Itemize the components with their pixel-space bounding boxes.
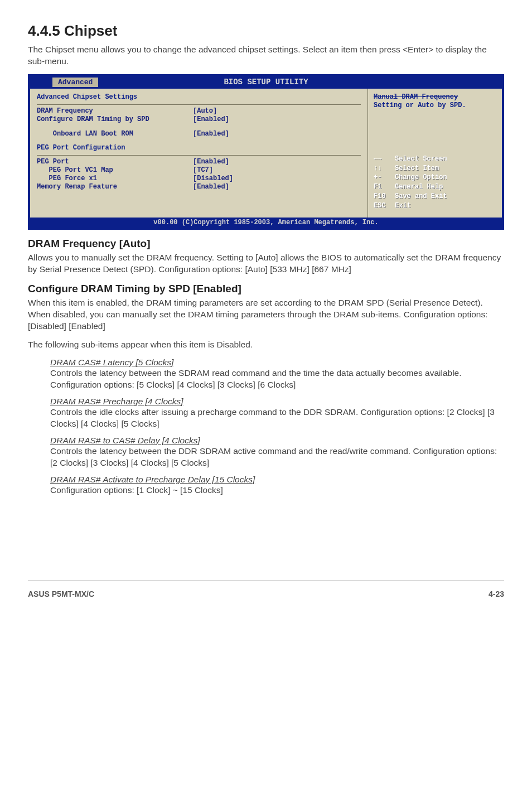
bios-row: DRAM Frequency [Auto] <box>37 107 361 115</box>
field-note: The following sub-items appear when this… <box>28 339 504 351</box>
bios-row: Onboard LAN Boot ROM [Enabled] <box>37 130 361 138</box>
bios-item-label: Configure DRAM Timing by SPD <box>37 115 193 123</box>
sub-item-desc: Controls the latency between the DDR SDR… <box>50 446 504 469</box>
bios-nav-key: ←→ <box>374 154 395 164</box>
bios-nav-key: F1 <box>374 182 395 192</box>
footer-left: ASUS P5MT-MX/C <box>28 590 94 598</box>
bios-item-value: [Disabled] <box>193 175 361 182</box>
bios-nav-key: +- <box>374 173 395 182</box>
bios-row: PEG Port VC1 Map [TC7] <box>37 166 361 174</box>
sub-item-label: DRAM RAS# to CAS# Delay [4 Clocks] <box>50 436 504 446</box>
bios-screenshot: Advanced BIOS SETUP UTILITY Advanced Chi… <box>28 74 504 230</box>
field-description: Allows you to manually set the DRAM freq… <box>28 252 504 276</box>
footer-right: 4-23 <box>489 590 504 598</box>
bios-titlebar: Advanced BIOS SETUP UTILITY <box>30 76 502 89</box>
sub-item-label: DRAM RAS# Precharge [4 Clocks] <box>50 397 504 407</box>
bios-nav-text: General Help <box>395 183 443 191</box>
sub-item-label: DRAM CAS# Latency [5 Clocks] <box>50 357 504 368</box>
bios-nav-text: Save and Exit <box>395 192 447 200</box>
bios-help-line: Setting or Auto by SPD. <box>374 102 496 110</box>
page-footer: ASUS P5MT-MX/C 4-23 <box>28 580 504 598</box>
bios-left-panel: Advanced Chipset Settings DRAM Frequency… <box>30 89 368 218</box>
bios-row: Memory Remap Feature [Enabled] <box>37 183 361 191</box>
bios-item-label: PEG Port <box>37 158 193 166</box>
bios-copyright: v00.00 (C)Copyright 1985-2003, American … <box>30 218 502 228</box>
bios-nav-legend: ←→Select Screen ↑↓Select Item +-Change O… <box>374 154 496 211</box>
bios-row: PEG Port [Enabled] <box>37 158 361 166</box>
sub-item: DRAM RAS# Activate to Precharge Delay [1… <box>50 475 504 496</box>
bios-item-value: [Enabled] <box>193 130 361 138</box>
sub-item-desc: Configuration options: [1 Clock] ~ [15 C… <box>50 485 504 496</box>
bios-item-value: [Enabled] <box>193 183 361 191</box>
bios-nav-key: ESC <box>374 201 395 211</box>
bios-right-panel: Manual DRAM Frequency Setting or Auto by… <box>368 89 502 218</box>
sub-item-label: DRAM RAS# Activate to Precharge Delay [1… <box>50 475 504 485</box>
bios-nav-text: Exit <box>395 202 411 210</box>
bios-title: BIOS SETUP UTILITY <box>224 78 308 86</box>
bios-row: PEG Force x1 [Disabled] <box>37 175 361 182</box>
bios-item-label: DRAM Frequency <box>37 107 193 115</box>
sub-item: DRAM RAS# Precharge [4 Clocks] Controls … <box>50 397 504 430</box>
bios-help-line: Manual DRAM Frequency <box>374 93 496 102</box>
sub-item-desc: Controls the latency between the SDRAM r… <box>50 368 504 379</box>
bios-nav-key: F10 <box>374 192 395 201</box>
bios-item-value: [Enabled] <box>193 158 361 166</box>
bios-item-label: Onboard LAN Boot ROM <box>37 130 193 138</box>
sub-item-desc: Controls the idle clocks after issuing a… <box>50 407 504 430</box>
sub-item: DRAM RAS# to CAS# Delay [4 Clocks] Contr… <box>50 436 504 469</box>
section-intro: The Chipset menu allows you to change th… <box>28 44 504 67</box>
sub-item-opts: Configuration options: [5 Clocks] [4 Clo… <box>50 379 504 391</box>
bios-item-label: PEG Force x1 <box>37 175 193 182</box>
bios-nav-text: Change Option <box>395 173 447 181</box>
bios-nav-key: ↑↓ <box>374 164 395 173</box>
field-heading: Configure DRAM Timing by SPD [Enabled] <box>28 283 504 295</box>
field-description: When this item is enabled, the DRAM timi… <box>28 297 504 332</box>
bios-row: Configure DRAM Timing by SPD [Enabled] <box>37 115 361 123</box>
bios-nav-text: Select Screen <box>395 155 447 163</box>
bios-group-heading: PEG Port Configuration <box>37 144 361 152</box>
bios-item-value: [TC7] <box>193 166 361 174</box>
sub-item: DRAM CAS# Latency [5 Clocks] Controls th… <box>50 357 504 391</box>
bios-item-value: [Enabled] <box>193 115 361 123</box>
bios-nav-text: Select Item <box>395 165 439 172</box>
bios-tab-advanced: Advanced <box>52 78 98 87</box>
bios-item-label: Memory Remap Feature <box>37 183 193 191</box>
section-heading: 4.4.5 Chipset <box>28 22 504 40</box>
bios-item-value: [Auto] <box>193 107 361 115</box>
bios-panel-heading: Advanced Chipset Settings <box>37 93 361 101</box>
field-heading: DRAM Frequency [Auto] <box>28 238 504 250</box>
bios-item-label: PEG Port VC1 Map <box>37 166 193 174</box>
